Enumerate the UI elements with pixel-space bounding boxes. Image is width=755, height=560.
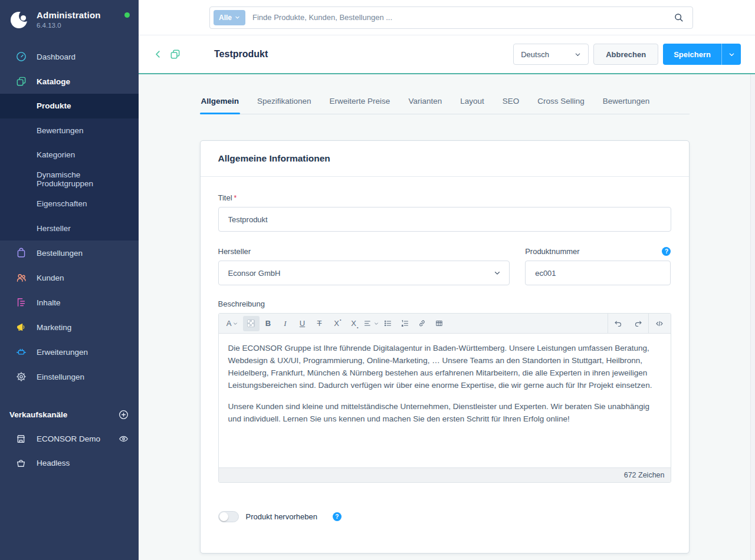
sidebar-item-catalog[interactable]: Kataloge xyxy=(0,69,139,94)
cancel-button[interactable]: Abbrechen xyxy=(593,44,658,65)
scrollbar-track[interactable] xyxy=(750,74,755,560)
tab-spezifikationen[interactable]: Spezifikationen xyxy=(256,94,313,114)
bold-button[interactable]: B xyxy=(260,316,277,331)
align-button[interactable] xyxy=(363,316,379,331)
save-split-caret[interactable] xyxy=(721,44,741,65)
tab-bewertungen[interactable]: Bewertungen xyxy=(602,94,651,114)
sidebar-item-label: Bestellungen xyxy=(37,249,83,258)
tab-cross-selling[interactable]: Cross Selling xyxy=(536,94,586,114)
tab-varianten[interactable]: Varianten xyxy=(407,94,443,114)
manufacturer-select[interactable]: Econsor GmbH xyxy=(218,261,510,285)
highlight-toggle-label: Produkt hervorheben xyxy=(246,512,317,521)
card-title: Allgemeine Informationen xyxy=(201,141,689,177)
sidebar-subitem-dynamische-produktgruppen[interactable]: Dynamische Produktgruppen xyxy=(0,167,139,192)
marketing-icon xyxy=(15,321,27,333)
sidebar-subitem-hersteller[interactable]: Hersteller xyxy=(0,216,139,241)
italic-button[interactable]: I xyxy=(277,316,294,331)
app-header: Administration 6.4.13.0 xyxy=(0,0,139,41)
search-icon[interactable] xyxy=(673,12,684,23)
add-sales-channel-button[interactable] xyxy=(118,409,129,420)
extensions-icon xyxy=(15,346,27,358)
eye-icon[interactable] xyxy=(118,433,129,444)
global-search[interactable]: Alle xyxy=(209,6,693,29)
basket-icon xyxy=(15,457,27,469)
sidebar-item-label: Einstellungen xyxy=(37,373,84,381)
description-field-group: Beschreibung ABIUTXX Die ECONSOR Gruppe … xyxy=(218,299,671,483)
text-color-button[interactable] xyxy=(243,316,260,331)
search-filter-label: Alle xyxy=(219,14,232,22)
smart-bar: Testprodukt Deutsch Abbrechen Speichern xyxy=(139,35,755,73)
search-input[interactable] xyxy=(252,13,673,22)
help-icon[interactable]: ? xyxy=(333,512,342,521)
description-paragraph: Die ECONSOR Gruppe ist Ihre führende Dig… xyxy=(228,342,661,391)
tab-erweiterte-preise[interactable]: Erweiterte Preise xyxy=(329,94,392,114)
sales-channels-list: ECONSOR Demo Headless xyxy=(0,427,139,475)
product-tabs: AllgemeinSpezifikationenErweiterte Preis… xyxy=(200,94,690,114)
save-button-label[interactable]: Speichern xyxy=(663,44,721,65)
product-number-field-label: Produktnummer xyxy=(525,247,579,256)
editor-toolbar-right xyxy=(608,314,671,333)
tab-seo[interactable]: SEO xyxy=(501,94,521,114)
sidebar-item-marketing[interactable]: Marketing xyxy=(0,315,139,340)
font-format-button[interactable]: A xyxy=(222,316,242,331)
description-field-label: Beschreibung xyxy=(218,299,265,308)
chevron-down-icon xyxy=(575,51,581,58)
app-version: 6.4.13.0 xyxy=(37,22,101,29)
link-button[interactable] xyxy=(414,316,431,331)
ordered-list-button[interactable] xyxy=(397,316,413,331)
sales-channel-item[interactable]: Headless xyxy=(0,451,139,475)
sidebar-item-orders[interactable]: Bestellungen xyxy=(0,241,139,265)
language-select[interactable]: Deutsch xyxy=(513,44,589,65)
status-dot xyxy=(124,12,130,18)
sales-channels-section: Verkaufskanäle ECONSOR Demo Headless xyxy=(0,402,139,475)
editor-toolbar: ABIUTXX xyxy=(219,314,671,334)
title-input[interactable] xyxy=(218,207,671,232)
highlight-toggle-row: Produkt hervorheben ? xyxy=(218,511,671,522)
storefront-icon xyxy=(15,433,27,444)
save-button[interactable]: Speichern xyxy=(663,44,741,65)
sidebar-subitem-produkte[interactable]: Produkte xyxy=(0,94,139,118)
tab-allgemein[interactable]: Allgemein xyxy=(200,94,241,114)
back-button[interactable] xyxy=(153,49,163,60)
editor-toolbar-left: ABIUTXX xyxy=(219,314,608,333)
page-title: Testprodukt xyxy=(214,49,268,60)
shopware-logo-icon xyxy=(9,10,29,32)
sales-channel-item[interactable]: ECONSOR Demo xyxy=(0,427,139,451)
undo-button[interactable] xyxy=(608,314,628,333)
sidebar-subitem-kategorien[interactable]: Kategorien xyxy=(0,143,139,167)
sidebar-menu: Dashboard KatalogeProdukteBewertungenKat… xyxy=(0,44,139,389)
code-view-button[interactable] xyxy=(648,314,671,333)
sidebar-item-label: Erweiterungen xyxy=(37,348,88,357)
strikethrough-button[interactable]: T xyxy=(311,316,328,331)
sales-channel-label: Headless xyxy=(37,459,70,467)
sidebar-subitem-eigenschaften[interactable]: Eigenschaften xyxy=(0,192,139,216)
sidebar-item-dashboard[interactable]: Dashboard xyxy=(0,44,139,69)
underline-button[interactable]: U xyxy=(294,316,311,331)
app-title: Administration xyxy=(37,10,101,20)
help-icon[interactable]: ? xyxy=(662,247,671,256)
description-editor-content[interactable]: Die ECONSOR Gruppe ist Ihre führende Dig… xyxy=(219,334,671,467)
sales-channels-title: Verkaufskanäle xyxy=(9,410,67,419)
char-count: 672 Zeichen xyxy=(624,471,665,479)
table-button[interactable] xyxy=(431,316,448,331)
product-number-input[interactable] xyxy=(525,261,671,285)
sidebar-item-content[interactable]: Inhalte xyxy=(0,290,139,315)
search-filter-chip[interactable]: Alle xyxy=(214,10,245,25)
tab-layout[interactable]: Layout xyxy=(459,94,485,114)
unordered-list-button[interactable] xyxy=(380,316,396,331)
redo-button[interactable] xyxy=(628,314,648,333)
subscript-button[interactable]: X xyxy=(346,316,362,331)
rich-text-editor: ABIUTXX Die ECONSOR Gruppe ist Ihre führ… xyxy=(218,313,671,483)
general-info-card: Allgemeine Informationen Titel * Herstel… xyxy=(200,140,690,554)
chevron-down-icon xyxy=(235,15,240,20)
superscript-button[interactable]: X xyxy=(329,316,345,331)
sidebar: Administration 6.4.13.0 Dashboard Katalo… xyxy=(0,0,139,560)
chevron-down-icon xyxy=(494,269,501,276)
sidebar-item-label: Kunden xyxy=(37,274,64,282)
sidebar-item-settings[interactable]: Einstellungen xyxy=(0,364,139,389)
sidebar-item-extensions[interactable]: Erweiterungen xyxy=(0,340,139,364)
highlight-toggle[interactable] xyxy=(218,511,239,522)
sidebar-item-customers[interactable]: Kunden xyxy=(0,265,139,290)
sidebar-subitem-bewertungen[interactable]: Bewertungen xyxy=(0,118,139,143)
manufacturer-select-value: Econsor GmbH xyxy=(228,269,281,278)
